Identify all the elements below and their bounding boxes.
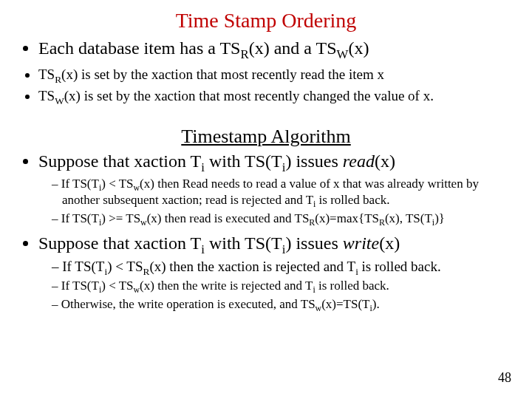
subscript: R: [379, 217, 385, 228]
text: If: [62, 259, 75, 274]
text: )}: [434, 211, 445, 225]
subscript: w: [316, 303, 322, 313]
text: is rolled back.: [358, 259, 441, 274]
text: (x)=max{TS: [315, 211, 379, 225]
text: Each database item has a TS: [38, 38, 240, 58]
text: TS: [38, 66, 55, 82]
bullet-item-3: TSW(x) is set by the xaction that most r…: [38, 87, 514, 107]
text: (x): [348, 38, 369, 58]
text: (x)=TS(T: [321, 297, 369, 311]
text: ) < TS: [107, 259, 143, 274]
slide-subtitle: Timestamp Algorithm: [18, 126, 514, 148]
page-number: 48: [498, 370, 511, 386]
text: with TS(T: [205, 233, 282, 253]
text: (x) is set by the xaction that most rece…: [61, 66, 384, 82]
text: ) issues: [285, 151, 342, 171]
operation: read: [343, 151, 375, 171]
text: (x) then the write is rejected and T: [140, 279, 313, 293]
text: (x) and a TS: [249, 38, 337, 58]
write-rules: If TS(Ti) < TSR(x) then the xaction is r…: [38, 259, 514, 314]
read-rules: If TS(Ti) < TSw(x) then Read needs to re…: [38, 177, 514, 228]
slide-title: Time Stamp Ordering: [18, 9, 514, 33]
bullet-item-1: Each database item has a TSR(x) and a TS…: [38, 37, 514, 63]
text: ).: [372, 297, 380, 311]
text: If TS(T: [61, 279, 99, 293]
text: (x): [375, 151, 395, 171]
text: If TS(T: [61, 211, 99, 225]
subscript: R: [240, 47, 248, 61]
text: (x) then the xaction is rejected and T: [149, 259, 355, 274]
text: TS: [38, 88, 55, 103]
subscript: w: [134, 285, 140, 296]
subscript: W: [55, 95, 64, 106]
text: Suppose that xaction T: [38, 151, 201, 171]
text: ) issues: [285, 233, 342, 253]
text: ) < TS: [101, 177, 133, 191]
subscript: w: [140, 217, 147, 228]
subscript: W: [337, 47, 349, 61]
algo-read: Suppose that xaction Ti with TS(Ti) issu…: [38, 151, 514, 228]
bullet-item-2: TSR(x) is set by the xaction that most r…: [38, 66, 514, 86]
text: (x), TS(T: [385, 211, 432, 225]
text: (x) then read is executed and TS: [147, 211, 310, 225]
subscript: w: [134, 183, 140, 193]
write-rule-2: If TS(Ti) < TSw(x) then the write is rej…: [52, 279, 514, 296]
read-rule-1: If TS(Ti) < TSw(x) then Read needs to re…: [52, 177, 514, 210]
text: If TS(T: [61, 177, 99, 191]
write-rule-3: Otherwise, the write operation is execut…: [52, 297, 514, 314]
write-rule-1: If TS(Ti) < TSR(x) then the xaction is r…: [52, 259, 514, 278]
algorithm-list: Suppose that xaction Ti with TS(Ti) issu…: [18, 151, 514, 314]
text: is rolled back.: [316, 279, 389, 293]
read-rule-2: If TS(Ti) >= TSw(x) then read is execute…: [52, 211, 514, 228]
subscript: R: [55, 74, 61, 85]
algo-write: Suppose that xaction Ti with TS(Ti) issu…: [38, 233, 514, 314]
text: with TS(T: [205, 151, 282, 171]
text: ) >= TS: [101, 211, 140, 225]
text: TS(T: [75, 259, 104, 274]
text: Suppose that xaction T: [38, 233, 201, 253]
text: ) < TS: [101, 279, 133, 293]
text: (x) is set by the xaction that most rece…: [64, 88, 434, 103]
text: Otherwise, the write operation is execut…: [61, 297, 316, 311]
top-bullet-list: Each database item has a TSR(x) and a TS…: [18, 37, 514, 108]
text: is rolled back.: [316, 193, 389, 207]
text: (x): [379, 233, 400, 253]
operation: write: [343, 233, 379, 253]
